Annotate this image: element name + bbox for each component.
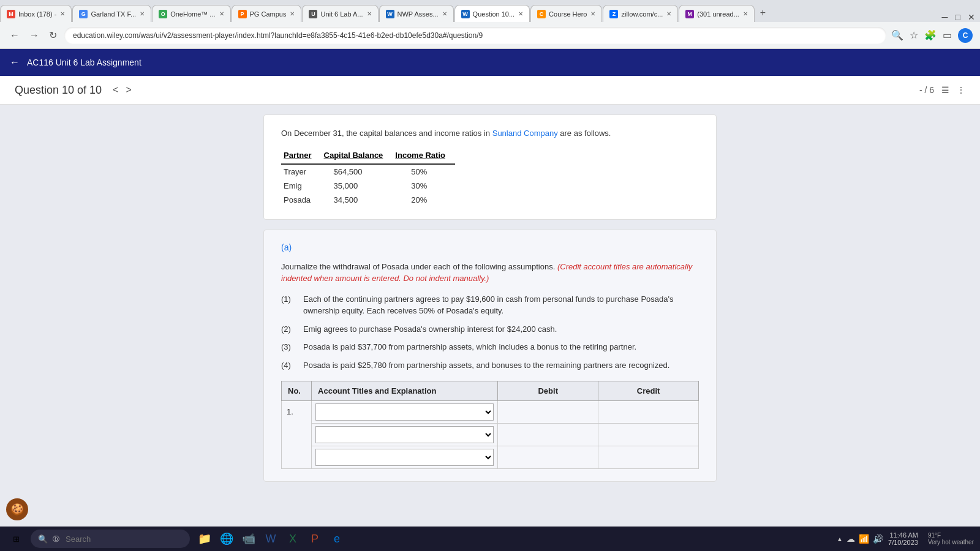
tab-close-zillow[interactable]: ✕ — [663, 10, 671, 17]
taskbar-chrome-icon[interactable]: 🌐 — [217, 529, 236, 549]
journal-col-debit: Debit — [498, 381, 598, 401]
journal-row-3 — [282, 446, 699, 469]
instruction-paragraph: Journalize the withdrawal of Posada unde… — [281, 261, 699, 285]
tab-coursehero[interactable]: C Course Hero ✕ — [530, 5, 602, 22]
tab-close-onehome[interactable]: ✕ — [216, 10, 224, 17]
address-input[interactable] — [64, 27, 886, 44]
journal-credit-input-1[interactable] — [602, 403, 695, 421]
tab-zillow[interactable]: Z zillow.com/c... ✕ — [603, 5, 678, 22]
tab-301unread[interactable]: M (301 unread... ✕ — [679, 5, 755, 22]
taskbar-cloud-icon[interactable]: ☁ — [846, 534, 855, 544]
assumption-num-3: (3) — [281, 341, 297, 353]
taskbar-chrome-app: 🌐 — [220, 532, 233, 545]
tab-question10[interactable]: W Question 10... ✕ — [454, 5, 530, 22]
tab-onehome[interactable]: O OneHome™ ... ✕ — [152, 5, 230, 22]
taskbar-word-icon[interactable]: W — [261, 529, 281, 549]
journal-debit-cell-2[interactable] — [498, 424, 598, 446]
taskbar-teams-icon[interactable]: 📹 — [239, 529, 258, 549]
journal-account-select-1[interactable] — [315, 403, 494, 421]
taskbar-time-value: 11:46 AM — [888, 531, 918, 539]
journal-credit-input-2[interactable] — [602, 426, 695, 443]
tab-close-coursehero[interactable]: ✕ — [587, 10, 595, 17]
tab-close-garland[interactable]: ✕ — [136, 10, 145, 17]
journal-debit-cell-3[interactable] — [498, 446, 598, 469]
tab-close-301unread[interactable]: ✕ — [739, 10, 748, 17]
taskbar-excel-icon[interactable]: X — [283, 529, 303, 549]
section-a-label: (a) — [281, 242, 699, 252]
list-icon[interactable]: ☰ — [941, 85, 949, 95]
assumption-list: (1) Each of the continuing partners agre… — [281, 293, 699, 372]
weather-widget[interactable]: 91°F Very hot weather — [928, 532, 974, 545]
journal-account-select-2[interactable] — [315, 426, 494, 443]
assumption-item-2: (2) Emig agrees to purchase Posada's own… — [281, 323, 699, 335]
taskbar-clock[interactable]: 11:46 AM 7/10/2023 — [888, 531, 918, 546]
tab-close-pgcampus[interactable]: ✕ — [286, 10, 295, 17]
start-button[interactable]: ⊞ — [6, 529, 26, 549]
journal-debit-input-3[interactable] — [502, 449, 594, 466]
taskbar-edge-app: e — [334, 533, 340, 545]
table-row: Emig 35,000 30% — [281, 179, 455, 193]
reload-button[interactable]: ↻ — [47, 27, 59, 43]
journal-debit-input-2[interactable] — [502, 426, 594, 443]
taskbar-windows-button[interactable]: 📁 — [195, 529, 214, 549]
journal-debit-input-1[interactable] — [502, 403, 594, 421]
taskbar-date-value: 7/10/2023 — [888, 539, 918, 546]
taskbar-search-input[interactable] — [66, 534, 157, 544]
tab-close-unit6lab[interactable]: ✕ — [363, 10, 372, 17]
taskbar-search-box[interactable]: 🔍 ⓑ — [31, 530, 190, 548]
bookmark-icon[interactable]: ☆ — [910, 29, 918, 41]
new-tab-button[interactable]: + — [755, 7, 771, 18]
tab-favicon-zillow: Z — [609, 10, 618, 18]
journal-select-cell-2[interactable] — [312, 424, 498, 446]
sidebar-toggle-icon[interactable]: ▭ — [943, 29, 952, 41]
tab-nwp[interactable]: W NWP Asses... ✕ — [379, 5, 454, 22]
taskbar-wifi-icon[interactable]: 📶 — [859, 534, 869, 544]
journal-select-cell-3[interactable] — [312, 446, 498, 469]
more-options-icon[interactable]: ⋮ — [957, 85, 965, 95]
assumption-text-4: Posada is paid $25,780 from partnership … — [303, 359, 669, 372]
tab-favicon-onehome: O — [159, 10, 167, 18]
journal-credit-cell-3[interactable] — [598, 446, 699, 469]
tab-pgcampus[interactable]: P PG Campus ✕ — [232, 5, 302, 22]
assumption-text-1: Each of the continuing partners agrees t… — [303, 293, 699, 317]
journal-table: No. Account Titles and Explanation Debit… — [281, 381, 699, 469]
taskbar-chevron-icon[interactable]: ▲ — [837, 536, 843, 542]
journal-debit-cell-1[interactable] — [498, 401, 598, 424]
journal-account-select-3[interactable] — [315, 449, 494, 466]
tab-close-question10[interactable]: ✕ — [514, 10, 523, 17]
journal-credit-input-3[interactable] — [602, 449, 695, 466]
journal-row-1: 1. — [282, 401, 699, 424]
extensions-icon[interactable]: 🧩 — [924, 29, 937, 41]
taskbar-edge-icon[interactable]: e — [327, 529, 347, 549]
tab-unit6lab[interactable]: U Unit 6 Lab A... ✕ — [302, 5, 378, 22]
prev-question-button[interactable]: < — [109, 83, 122, 97]
journal-col-credit: Credit — [598, 381, 699, 401]
intro-paragraph: On December 31, the capital balances and… — [281, 127, 699, 140]
journal-select-cell-1[interactable] — [312, 401, 498, 424]
tab-garland[interactable]: G Garland TX F... ✕ — [72, 5, 151, 22]
back-button[interactable]: ← — [7, 28, 22, 43]
app-back-button[interactable]: ← — [10, 57, 20, 68]
forward-button[interactable]: → — [27, 28, 42, 43]
taskbar-volume-icon[interactable]: 🔊 — [873, 534, 883, 544]
taskbar-right-area: ▲ ☁ 📶 🔊 11:46 AM 7/10/2023 91°F Very hot… — [837, 531, 974, 546]
search-icon[interactable]: 🔍 — [891, 29, 903, 41]
close-icon[interactable]: ✕ — [968, 12, 975, 22]
cookie-icon[interactable]: 🍪 — [6, 498, 28, 520]
taskbar-powerpoint-icon[interactable]: P — [305, 529, 325, 549]
assumption-text-2: Emig agrees to purchase Posada's ownersh… — [303, 323, 557, 335]
maximize-icon[interactable]: □ — [956, 12, 960, 22]
tab-close-gmail[interactable]: ✕ — [56, 10, 65, 17]
ratio-posada: 20% — [393, 193, 455, 207]
tab-favicon-unit6lab: U — [309, 10, 317, 18]
tab-close-nwp[interactable]: ✕ — [439, 10, 447, 17]
next-question-button[interactable]: > — [122, 83, 135, 97]
tab-gmail[interactable]: M Inbox (178) - ✕ — [0, 5, 72, 22]
minimize-icon[interactable]: ─ — [942, 12, 948, 22]
profile-avatar[interactable]: C — [958, 28, 973, 43]
content-area[interactable]: On December 31, the capital balances and… — [0, 105, 980, 528]
journal-credit-cell-2[interactable] — [598, 424, 699, 446]
company-link[interactable]: Sunland Company — [492, 129, 558, 138]
table-row: Trayer $64,500 50% — [281, 164, 455, 179]
journal-credit-cell-1[interactable] — [598, 401, 699, 424]
